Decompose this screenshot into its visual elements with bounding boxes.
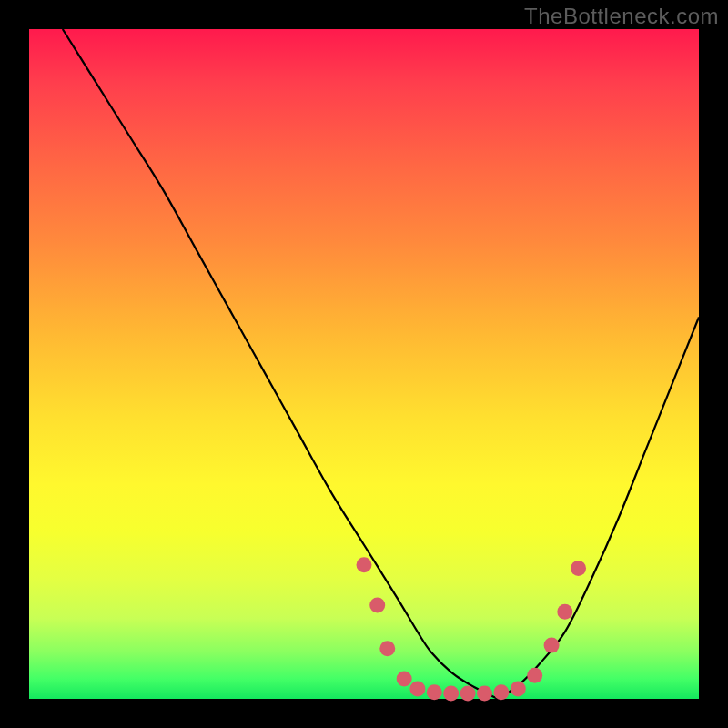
chart-svg (29, 29, 699, 699)
marker-dot (379, 641, 395, 656)
marker-dot (511, 681, 526, 696)
marker-dot (443, 686, 459, 702)
marker-dot (397, 671, 412, 686)
marker-dot (427, 684, 442, 700)
watermark-text: TheBottleneck.com (524, 4, 719, 29)
marker-dot (493, 684, 509, 700)
marker-dot (557, 604, 572, 620)
plot-area (29, 29, 699, 699)
marker-dot (544, 638, 560, 653)
marker-dot (410, 681, 425, 696)
marker-dot (527, 668, 542, 683)
chart-frame: TheBottleneck.com (0, 0, 728, 728)
bottleneck-dots (357, 557, 587, 701)
curve-left (63, 29, 498, 699)
marker-dot (477, 686, 492, 702)
marker-dot (369, 597, 385, 612)
marker-dot (357, 557, 372, 572)
curve-right (498, 317, 699, 699)
marker-dot (571, 561, 586, 576)
marker-dot (460, 686, 476, 702)
